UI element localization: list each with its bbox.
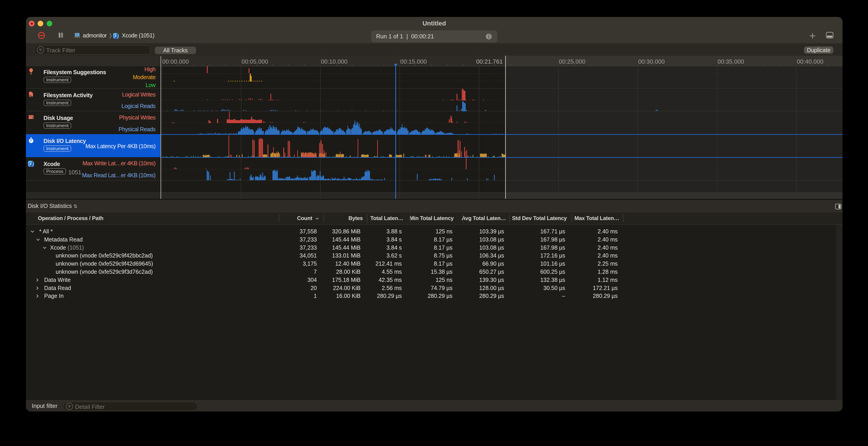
svg-text:00:40.000: 00:40.000 bbox=[797, 58, 824, 65]
svg-text:00:00.000: 00:00.000 bbox=[162, 58, 189, 65]
svg-text:00:35.000: 00:35.000 bbox=[717, 58, 744, 65]
svg-text:00:15.000: 00:15.000 bbox=[400, 58, 427, 65]
svg-text:00:30.000: 00:30.000 bbox=[638, 58, 665, 65]
svg-text:00:25.000: 00:25.000 bbox=[559, 58, 585, 65]
svg-text:00:10.000: 00:10.000 bbox=[321, 58, 347, 65]
svg-text:00:05.000: 00:05.000 bbox=[242, 58, 268, 65]
svg-text:00:21.761: 00:21.761 bbox=[476, 58, 503, 65]
